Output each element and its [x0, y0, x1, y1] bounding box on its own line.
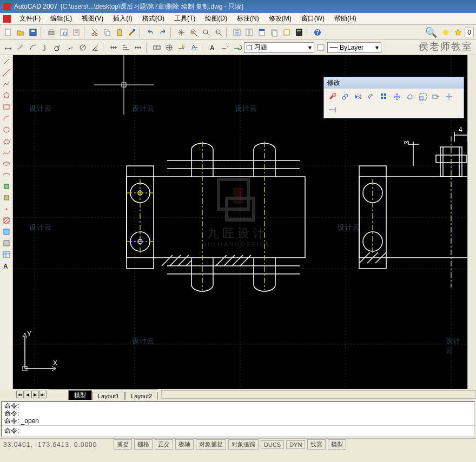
match-prop-icon[interactable] [126, 26, 138, 38]
extend-icon[interactable] [326, 104, 338, 116]
dim-update-icon[interactable] [232, 42, 243, 53]
ellipse-arc-icon[interactable] [1, 170, 12, 180]
toggle-otrack[interactable]: 对象追踪 [228, 439, 259, 450]
zoom-realtime-icon[interactable] [188, 26, 200, 38]
ellipse-icon[interactable] [1, 158, 12, 169]
menu-file[interactable]: 文件(F) [15, 13, 45, 24]
tolerance-icon[interactable] [151, 42, 163, 53]
comm-center-icon[interactable] [440, 26, 452, 38]
zoom-prev-icon[interactable] [213, 26, 224, 38]
copy-obj-icon[interactable] [339, 91, 351, 103]
menu-format[interactable]: 格式(O) [138, 13, 169, 24]
command-history[interactable]: 命令: 命令: 命令: _open [2, 402, 474, 426]
menu-edit[interactable]: 编辑(E) [46, 13, 76, 24]
linetype-combo[interactable]: ByLayer ▾ [327, 42, 381, 53]
make-block-icon[interactable] [1, 192, 12, 203]
tab-prev-icon[interactable]: ◀ [24, 391, 31, 398]
menu-help[interactable]: 帮助(H) [330, 13, 361, 24]
dim-edit-icon[interactable] [176, 42, 188, 53]
design-center-icon[interactable] [243, 26, 255, 38]
erase-icon[interactable] [326, 91, 338, 103]
menu-draw[interactable]: 绘图(D) [201, 13, 232, 24]
tab-last-icon[interactable]: ⏭ [39, 391, 47, 398]
dim-quick-icon[interactable] [108, 42, 120, 53]
calc-icon[interactable] [293, 26, 305, 38]
tab-first-icon[interactable]: ⏮ [16, 391, 24, 398]
scrollbar-vertical[interactable] [467, 55, 476, 389]
toggle-lwt[interactable]: 线宽 [307, 439, 326, 450]
save-icon[interactable] [27, 26, 39, 38]
dim-diameter-icon[interactable] [77, 42, 89, 53]
properties-icon[interactable] [231, 26, 243, 38]
modify-toolbar[interactable]: 修改 [323, 77, 464, 118]
cut-icon[interactable] [89, 26, 101, 38]
new-icon[interactable] [2, 26, 14, 38]
favorites-icon[interactable] [452, 26, 464, 38]
polygon-icon[interactable] [1, 90, 12, 101]
drawing-canvas[interactable]: 3 4 Y X 设计云 设计云 设计云 设计云 设计云 设计云 [13, 55, 467, 389]
move-icon[interactable] [391, 91, 403, 103]
toggle-osnap[interactable]: 对象捕捉 [196, 439, 226, 450]
menu-modify[interactable]: 修改(M) [265, 13, 296, 24]
command-input[interactable] [19, 427, 472, 435]
insert-block-icon[interactable] [1, 181, 12, 192]
arc-icon[interactable] [1, 113, 12, 124]
menu-view[interactable]: 视图(V) [77, 13, 108, 24]
toggle-model[interactable]: 模型 [328, 439, 346, 450]
publish-icon[interactable] [70, 26, 82, 38]
dim-style-icon[interactable] [219, 42, 231, 53]
dim-radius-icon[interactable] [52, 42, 64, 53]
pan-icon[interactable] [175, 26, 187, 38]
toggle-grid[interactable]: 栅格 [134, 439, 153, 450]
region-icon[interactable] [1, 238, 12, 249]
toggle-ortho[interactable]: 正交 [155, 439, 173, 450]
mirror-icon[interactable] [352, 91, 364, 103]
toggle-ducs[interactable]: DUCS [261, 440, 284, 449]
dim-linear-icon[interactable] [2, 42, 14, 53]
sheet-set-icon[interactable] [268, 26, 280, 38]
dim-aligned-icon[interactable] [15, 42, 27, 53]
gradient-icon[interactable] [1, 226, 12, 237]
menu-tools[interactable]: 工具(T) [170, 13, 200, 24]
tab-next-icon[interactable]: ▶ [31, 391, 39, 398]
control-icon[interactable] [3, 15, 11, 23]
open-icon[interactable] [15, 26, 27, 38]
tab-layout1[interactable]: Layout1 [92, 392, 125, 400]
dim-jogged-icon[interactable] [64, 42, 76, 53]
dim-arc-icon[interactable] [27, 42, 39, 53]
rect-icon[interactable] [1, 102, 12, 112]
revcloud-icon[interactable] [1, 136, 12, 146]
copy-icon[interactable] [101, 26, 113, 38]
line-icon[interactable] [1, 56, 12, 67]
center-mark-icon[interactable] [163, 42, 175, 53]
undo-icon[interactable] [144, 26, 156, 38]
menu-dim[interactable]: 标注(N) [233, 13, 263, 24]
notify-count[interactable]: 0 [465, 28, 474, 37]
point-icon[interactable] [1, 204, 12, 215]
layer-prev-icon[interactable] [315, 42, 327, 53]
toggle-dyn[interactable]: DYN [286, 440, 305, 449]
scale-icon[interactable] [417, 91, 429, 103]
toggle-snap[interactable]: 捕捉 [114, 439, 132, 450]
scrollbar-horizontal[interactable] [161, 390, 476, 399]
table-icon[interactable] [1, 249, 12, 260]
plot-preview-icon[interactable] [58, 26, 70, 38]
layer-combo[interactable]: 习题 ▾ [244, 42, 314, 53]
zoom-window-icon[interactable] [200, 26, 212, 38]
help-icon[interactable]: ? [312, 26, 323, 38]
modify-toolbar-title[interactable]: 修改 [324, 77, 464, 89]
menu-insert[interactable]: 插入(I) [109, 13, 136, 24]
text-icon[interactable]: A [207, 42, 219, 53]
hatch-icon[interactable] [1, 215, 12, 226]
redo-icon[interactable] [157, 26, 169, 38]
rotate-icon[interactable] [404, 91, 416, 103]
dim-angular-icon[interactable] [89, 42, 101, 53]
stretch-icon[interactable] [430, 91, 442, 103]
offset-icon[interactable] [365, 91, 377, 103]
markup-icon[interactable] [281, 26, 293, 38]
circle-icon[interactable] [1, 124, 12, 135]
print-icon[interactable] [45, 26, 57, 38]
spline-icon[interactable] [1, 147, 12, 158]
mtext-icon[interactable]: A [1, 260, 12, 271]
dim-baseline-icon[interactable] [120, 42, 132, 53]
